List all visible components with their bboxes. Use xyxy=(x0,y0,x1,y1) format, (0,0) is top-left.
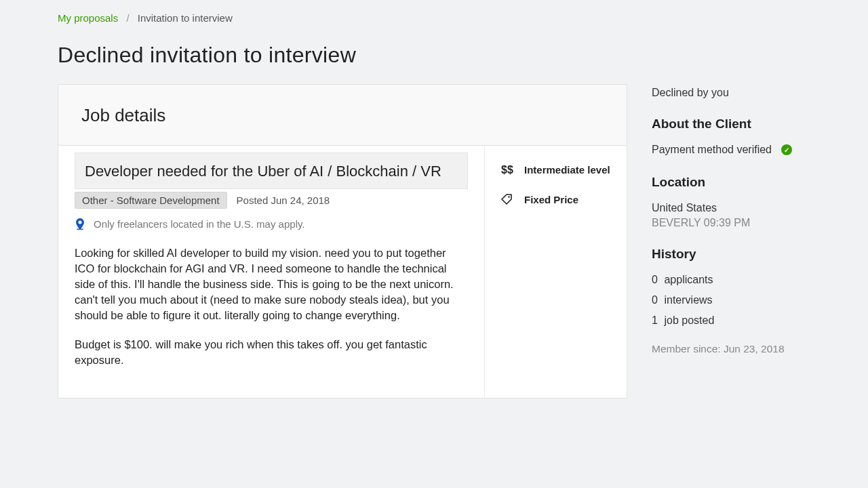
job-category-pill[interactable]: Other - Software Development xyxy=(75,192,227,209)
about-client-heading: About the Client xyxy=(652,117,810,131)
breadcrumb-root-link[interactable]: My proposals xyxy=(58,12,118,24)
location-restriction: Only freelancers located in the U.S. may… xyxy=(75,218,468,230)
breadcrumb: My proposals / Invitation to interview xyxy=(58,12,810,24)
fact-experience-level-text: Intermediate level xyxy=(524,163,610,177)
client-sidebar: Declined by you About the Client Payment… xyxy=(652,84,810,355)
history-jobs: 1 job posted xyxy=(652,314,810,327)
job-description-p2: Budget is $100. will make you rich when … xyxy=(75,337,468,368)
client-country: United States xyxy=(652,202,810,214)
price-tag-icon xyxy=(500,193,515,207)
job-description: Looking for skilled AI developer to buil… xyxy=(75,245,468,369)
history-list: 0 applicants 0 interviews 1 job posted xyxy=(652,274,810,327)
fact-experience-level: $$ Intermediate level xyxy=(500,163,612,177)
card-header: Job details xyxy=(58,85,627,146)
payment-verified-text: Payment method verified xyxy=(652,144,772,156)
verified-check-icon: ✓ xyxy=(781,144,792,155)
payment-verified-row: Payment method verified ✓ xyxy=(652,144,810,156)
history-interviews-count: 0 xyxy=(652,294,661,306)
job-title: Developer needed for the Uber of AI / Bl… xyxy=(85,161,458,182)
fact-price-type-text: Fixed Price xyxy=(524,193,578,207)
breadcrumb-separator: / xyxy=(126,12,129,24)
fact-price-type: Fixed Price xyxy=(500,193,612,207)
job-posted-date: Posted Jun 24, 2018 xyxy=(237,195,330,206)
history-jobs-label: job posted xyxy=(664,314,714,326)
svg-point-1 xyxy=(508,197,509,198)
location-restriction-text: Only freelancers located in the U.S. may… xyxy=(94,218,305,230)
status-declined: Declined by you xyxy=(652,87,810,99)
page-title: Declined invitation to interview xyxy=(58,43,810,68)
client-city-time: BEVERLY 09:39 PM xyxy=(652,217,810,229)
history-jobs-count: 1 xyxy=(652,314,661,327)
history-heading: History xyxy=(652,247,810,262)
job-details-card: Job details Developer needed for the Ube… xyxy=(58,84,627,399)
svg-rect-0 xyxy=(77,228,83,230)
job-description-p1: Looking for skilled AI developer to buil… xyxy=(75,245,468,323)
location-pin-icon xyxy=(75,218,85,230)
location-heading: Location xyxy=(652,175,810,190)
history-applicants: 0 applicants xyxy=(652,274,810,286)
history-applicants-count: 0 xyxy=(652,274,661,286)
dollar-level-icon: $$ xyxy=(500,163,515,177)
history-interviews-label: interviews xyxy=(664,294,712,306)
breadcrumb-current: Invitation to interview xyxy=(138,12,233,24)
member-since: Member since: Jun 23, 2018 xyxy=(652,343,810,355)
job-title-box: Developer needed for the Uber of AI / Bl… xyxy=(75,152,468,189)
history-interviews: 0 interviews xyxy=(652,294,810,306)
job-facts-sidebar: $$ Intermediate level Fixed Price xyxy=(484,146,627,398)
history-applicants-label: applicants xyxy=(664,274,713,285)
card-header-title: Job details xyxy=(81,105,604,126)
